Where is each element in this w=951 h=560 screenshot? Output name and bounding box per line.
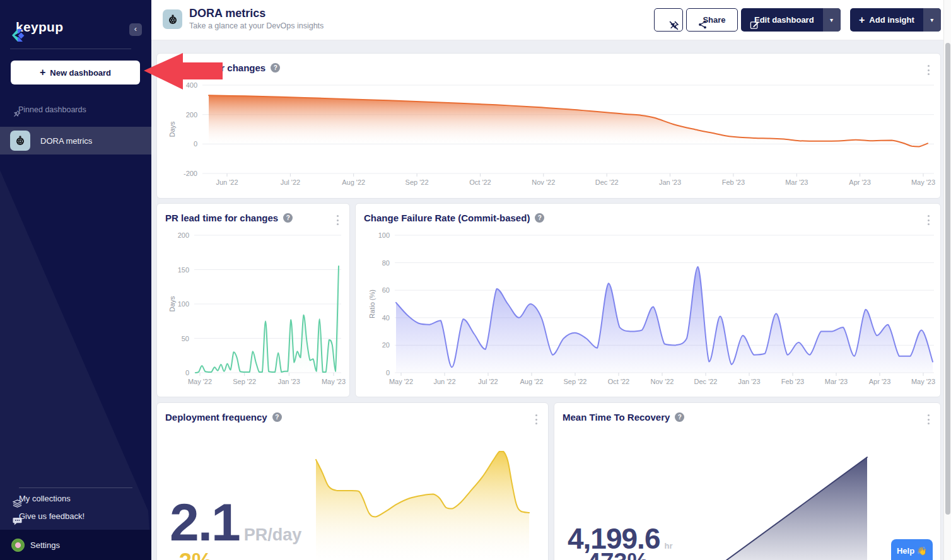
settings-button[interactable]: Settings <box>0 530 151 560</box>
pinned-dashboards-label: Pinned dashboards <box>18 105 86 114</box>
sidebar-item-dora-metrics[interactable]: DORA metrics <box>0 127 151 155</box>
feedback-label: Give us feedback! <box>19 511 85 521</box>
page-header: DORA metrics Take a glance at your DevOp… <box>151 0 951 40</box>
user-avatar <box>11 539 25 552</box>
svg-text:0: 0 <box>194 140 197 148</box>
svg-text:Dec '22: Dec '22 <box>595 178 619 186</box>
svg-text:Feb '23: Feb '23 <box>781 378 804 385</box>
help-question-icon[interactable]: ? <box>271 63 280 73</box>
svg-text:Sep '22: Sep '22 <box>233 378 256 385</box>
unpin-button[interactable] <box>654 8 683 32</box>
card-menu-kebab-icon[interactable] <box>333 215 342 225</box>
svg-text:May '23: May '23 <box>911 178 935 186</box>
svg-text:Mar '23: Mar '23 <box>825 378 848 385</box>
edit-dashboard-label: Edit dashboard <box>754 15 814 25</box>
brand-logo[interactable]: keypup <box>10 20 63 35</box>
add-insight-dropdown[interactable]: ▾ <box>923 8 941 32</box>
svg-text:60: 60 <box>382 286 390 294</box>
svg-text:20: 20 <box>382 341 390 349</box>
card-menu-kebab-icon[interactable] <box>924 414 933 424</box>
edit-dashboard-dropdown[interactable]: ▾ <box>823 8 841 32</box>
edit-dashboard-button[interactable]: Edit dashboard ▾ <box>741 8 841 32</box>
dashboard-stopwatch-icon <box>163 9 182 29</box>
svg-text:Jan '23: Jan '23 <box>738 378 760 385</box>
app-window: keypup ‹ + New dashboard Pinned dashboar… <box>0 0 951 560</box>
svg-text:Apr '23: Apr '23 <box>869 378 891 385</box>
svg-text:0: 0 <box>185 369 189 376</box>
svg-text:Jun '22: Jun '22 <box>433 378 455 385</box>
svg-text:150: 150 <box>178 266 189 274</box>
svg-text:May '23: May '23 <box>911 378 935 385</box>
svg-text:Jul '22: Jul '22 <box>281 178 300 186</box>
pinned-dashboards-section: Pinned dashboards <box>13 105 86 114</box>
help-question-icon[interactable]: ? <box>283 213 293 223</box>
svg-text:Sep '22: Sep '22 <box>405 178 429 186</box>
svg-text:Apr '23: Apr '23 <box>849 178 871 186</box>
change-failure-rate-chart: 100806040200May '22Jun '22Jul '22Aug '22… <box>356 229 941 393</box>
lead-time-chart: 4002000-200Jun '22Jul '22Aug '22Sep '22O… <box>157 79 941 195</box>
svg-text:Ratio (%): Ratio (%) <box>368 289 376 318</box>
card-title: Mean Time To Recovery <box>563 412 670 423</box>
svg-text:0: 0 <box>386 369 390 376</box>
svg-text:Days: Days <box>168 296 176 312</box>
mttr-delta: 473% <box>587 550 648 560</box>
card-mean-time-to-recovery: Mean Time To Recovery ? 4,199.6 hr 473% <box>554 402 941 560</box>
page-title: DORA metrics <box>189 7 265 20</box>
red-pointer-arrow <box>141 52 225 91</box>
svg-text:Days: Days <box>168 121 176 137</box>
chevron-down-icon: ▾ <box>930 16 933 23</box>
svg-text:Oct '22: Oct '22 <box>469 178 491 186</box>
card-menu-kebab-icon[interactable] <box>532 414 540 424</box>
card-change-failure-rate: Change Failure Rate (Commit-based) ? 100… <box>355 203 941 397</box>
svg-text:Aug '22: Aug '22 <box>520 378 544 385</box>
svg-text:Jan '23: Jan '23 <box>278 378 300 385</box>
svg-text:Jul '22: Jul '22 <box>478 378 498 385</box>
feedback-link[interactable]: Give us feedback! <box>13 511 85 521</box>
mttr-unit: hr <box>664 541 672 551</box>
svg-text:50: 50 <box>182 335 189 342</box>
help-button[interactable]: Help 👋 <box>891 539 933 560</box>
add-insight-label: Add insight <box>869 15 914 25</box>
help-question-icon[interactable]: ? <box>535 213 544 223</box>
my-collections-link[interactable]: My collections <box>13 494 71 503</box>
help-question-icon[interactable]: ? <box>675 412 684 422</box>
help-question-icon[interactable]: ? <box>272 412 282 422</box>
card-title: PR lead time for changes <box>165 213 278 223</box>
plus-icon: + <box>859 15 865 26</box>
scrollbar-thumb[interactable] <box>945 43 950 515</box>
sidebar-footer-divider <box>19 487 132 488</box>
card-deployment-frequency: Deployment frequency ? 2.1 PR/day 3% <box>156 402 549 560</box>
svg-text:Jan '23: Jan '23 <box>659 178 681 186</box>
card-menu-kebab-icon[interactable] <box>924 65 933 75</box>
card-title: Change Failure Rate (Commit-based) <box>364 213 530 223</box>
svg-text:100: 100 <box>178 300 189 308</box>
svg-text:Feb '23: Feb '23 <box>722 178 745 186</box>
sidebar-collapse-button[interactable]: ‹ <box>129 23 142 36</box>
deployment-frequency-delta: 3% <box>179 551 212 560</box>
share-button[interactable]: Share <box>686 8 738 32</box>
sidebar-item-label: DORA metrics <box>40 136 92 146</box>
svg-text:Nov '22: Nov '22 <box>651 378 674 385</box>
scrollbar-track[interactable] <box>943 0 951 560</box>
svg-text:May '23: May '23 <box>322 378 346 385</box>
svg-text:40: 40 <box>382 314 390 322</box>
svg-text:Oct '22: Oct '22 <box>608 378 630 385</box>
new-dashboard-button[interactable]: + New dashboard <box>11 61 140 85</box>
svg-text:80: 80 <box>382 259 390 267</box>
deployment-frequency-value: 2.1 <box>170 496 240 549</box>
svg-text:May '22: May '22 <box>188 378 212 385</box>
help-button-label: Help 👋 <box>897 546 927 556</box>
add-insight-button[interactable]: + Add insight ▾ <box>850 8 941 32</box>
sidebar-divider <box>10 49 131 49</box>
chevron-down-icon: ▾ <box>830 16 833 23</box>
svg-text:Jun '22: Jun '22 <box>216 178 238 186</box>
svg-text:100: 100 <box>378 231 390 239</box>
svg-text:May '22: May '22 <box>389 378 413 385</box>
svg-text:Nov '22: Nov '22 <box>532 178 555 186</box>
svg-text:-200: -200 <box>184 170 197 177</box>
card-menu-kebab-icon[interactable] <box>924 215 933 225</box>
pr-lead-time-chart: 200150100500May '22Sep '22Jan '23May '23… <box>157 229 350 393</box>
chevron-left-icon: ‹ <box>134 24 137 33</box>
card-title: Deployment frequency <box>165 412 267 423</box>
svg-text:Mar '23: Mar '23 <box>785 178 808 186</box>
